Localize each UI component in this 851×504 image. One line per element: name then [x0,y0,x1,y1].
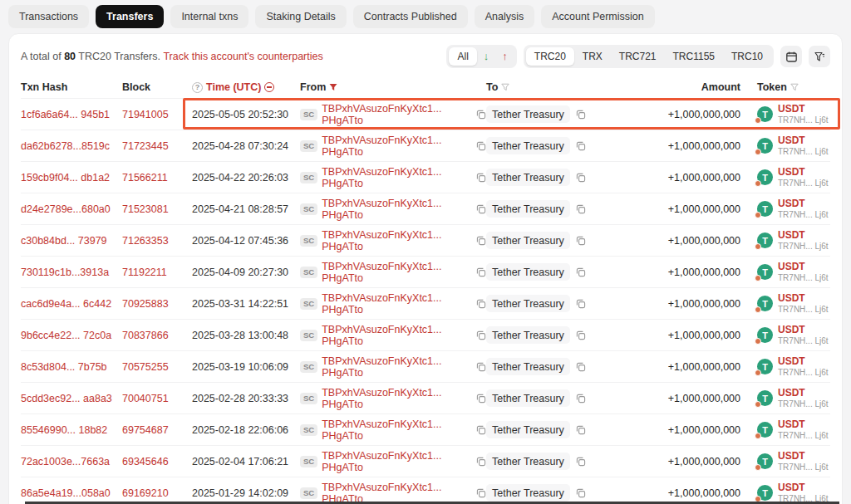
to-address-tag[interactable]: Tether Treasury [486,453,570,470]
from-address-link[interactable]: TBPxhVAsuzoFnKyXtc1... PHgATto [322,198,470,221]
copy-icon[interactable] [476,330,486,340]
txn-hash-link[interactable]: 72ac1003e...7663a [21,456,110,467]
token-symbol-link[interactable]: USDT [778,230,829,241]
incoming-arrow-icon[interactable]: ↓ [477,48,496,65]
tab-transactions[interactable]: Transactions [8,5,89,28]
copy-icon[interactable] [476,394,486,404]
copy-icon[interactable] [576,173,586,183]
to-address-tag[interactable]: Tether Treasury [486,421,570,438]
token-symbol-link[interactable]: USDT [778,293,829,304]
from-address-link[interactable]: TBPxhVAsuzoFnKyXtc1... PHgATto [322,229,470,252]
to-address-tag[interactable]: Tether Treasury [486,263,570,281]
from-address-link[interactable]: TBPxhVAsuzoFnKyXtc1... PHgATto [322,261,470,284]
from-address-link[interactable]: TBPxhVAsuzoFnKyXtc1... PHgATto [322,166,470,189]
block-link[interactable]: 69345646 [122,456,169,467]
token-symbol-link[interactable]: USDT [778,482,829,493]
block-link[interactable]: 71941005 [122,109,169,120]
copy-icon[interactable] [576,141,586,151]
to-address-tag[interactable]: Tether Treasury [486,389,570,407]
block-link[interactable]: 70837866 [122,330,169,341]
time-format-toggle-icon[interactable] [264,82,274,92]
token-symbol-link[interactable]: USDT [778,325,829,335]
copy-icon[interactable] [576,330,586,340]
tab-contracts-published[interactable]: Contracts Published [353,5,468,28]
copy-icon[interactable] [576,362,586,372]
copy-icon[interactable] [576,110,586,120]
to-address-tag[interactable]: Tether Treasury [486,105,570,123]
copy-icon[interactable] [476,488,486,498]
copy-icon[interactable] [576,236,586,246]
token-symbol-link[interactable]: USDT [778,419,829,430]
copy-icon[interactable] [476,204,486,214]
token-type-chip-trc721[interactable]: TRC721 [611,47,665,66]
block-link[interactable]: 71566211 [122,172,168,183]
token-symbol-link[interactable]: USDT [778,104,829,115]
block-link[interactable]: 69169210 [122,487,169,499]
copy-icon[interactable] [476,299,486,309]
block-link[interactable]: 71192211 [122,267,167,278]
txn-hash-link[interactable]: 730119c1b...3913a [21,267,109,278]
to-address-tag[interactable]: Tether Treasury [486,200,570,218]
token-symbol-link[interactable]: USDT [778,135,829,146]
copy-icon[interactable] [476,425,486,435]
tab-transfers[interactable]: Transfers [96,5,164,28]
header-from[interactable]: From [300,81,486,93]
token-type-chip-trx[interactable]: TRX [574,47,611,66]
copy-icon[interactable] [476,110,486,120]
counterparties-link[interactable]: Track this account's counterparties [163,51,322,62]
block-link[interactable]: 70040751 [122,393,169,404]
direction-all-chip[interactable]: All [449,47,476,66]
txn-hash-link[interactable]: 86a5e4a19...058a0 [21,487,111,499]
advanced-filter-button[interactable] [809,46,830,67]
copy-icon[interactable] [476,457,486,467]
header-time[interactable]: ? Time (UTC) [192,81,300,93]
token-type-chip-trc20[interactable]: TRC20 [526,47,574,66]
outgoing-arrow-icon[interactable]: ↑ [495,48,514,65]
to-address-tag[interactable]: Tether Treasury [486,232,570,249]
copy-icon[interactable] [576,488,586,498]
tab-staking-details[interactable]: Staking Details [255,5,346,28]
copy-icon[interactable] [576,204,586,214]
copy-icon[interactable] [576,425,586,435]
copy-icon[interactable] [576,267,586,277]
token-symbol-link[interactable]: USDT [778,356,829,367]
txn-hash-link[interactable]: cac6d9e4a... 6c442 [21,298,111,310]
from-address-link[interactable]: TBPxhVAsuzoFnKyXtc1... PHgATto [322,135,470,158]
block-link[interactable]: 71723445 [122,140,169,152]
to-address-tag[interactable]: Tether Treasury [486,295,570,312]
from-address-link[interactable]: TBPxhVAsuzoFnKyXtc1... PHgATto [322,387,470,410]
txn-hash-link[interactable]: 159cb9f04... db1a2 [21,172,110,183]
block-link[interactable]: 71263353 [122,235,169,247]
txn-hash-link[interactable]: 9b6cc4e22... 72c0a [21,330,111,341]
token-type-chip-trc1155[interactable]: TRC1155 [665,47,723,66]
block-link[interactable]: 70575255 [122,361,169,373]
block-link[interactable]: 69754687 [122,424,169,436]
from-address-link[interactable]: TBPxhVAsuzoFnKyXtc1... PHgATto [322,355,470,379]
txn-hash-link[interactable]: 5cdd3ec92... aa8a3 [21,393,112,404]
copy-icon[interactable] [476,267,486,277]
from-address-link[interactable]: TBPxhVAsuzoFnKyXtc1... PHgATto [322,482,470,504]
copy-icon[interactable] [576,394,586,404]
copy-icon[interactable] [476,236,486,246]
tab-analysis[interactable]: Analysis [475,5,535,28]
token-symbol-link[interactable]: USDT [778,198,829,209]
to-address-tag[interactable]: Tether Treasury [486,358,570,375]
from-address-link[interactable]: TBPxhVAsuzoFnKyXtc1... PHgATto [322,292,470,316]
token-symbol-link[interactable]: USDT [778,451,829,462]
token-type-chip-trc10[interactable]: TRC10 [723,47,771,66]
funnel-filled-icon[interactable] [329,83,337,91]
from-address-link[interactable]: TBPxhVAsuzoFnKyXtc1... PHgATto [322,324,470,347]
txn-hash-link[interactable]: d24e2789e...680a0 [21,203,111,215]
to-address-tag[interactable]: Tether Treasury [486,137,570,154]
txn-hash-link[interactable]: 85546990... 18b82 [21,424,107,436]
block-link[interactable]: 70925883 [122,298,169,310]
copy-icon[interactable] [476,173,486,183]
token-symbol-link[interactable]: USDT [778,262,829,272]
from-address-link[interactable]: TBPxhVAsuzoFnKyXtc1... PHgATto [322,418,470,442]
token-symbol-link[interactable]: USDT [778,167,829,178]
header-token[interactable]: Token [740,81,830,93]
header-to[interactable]: To [486,81,641,93]
tab-internal-txns[interactable]: Internal txns [170,5,248,28]
calendar-button[interactable] [780,46,802,67]
to-address-tag[interactable]: Tether Treasury [486,169,570,186]
